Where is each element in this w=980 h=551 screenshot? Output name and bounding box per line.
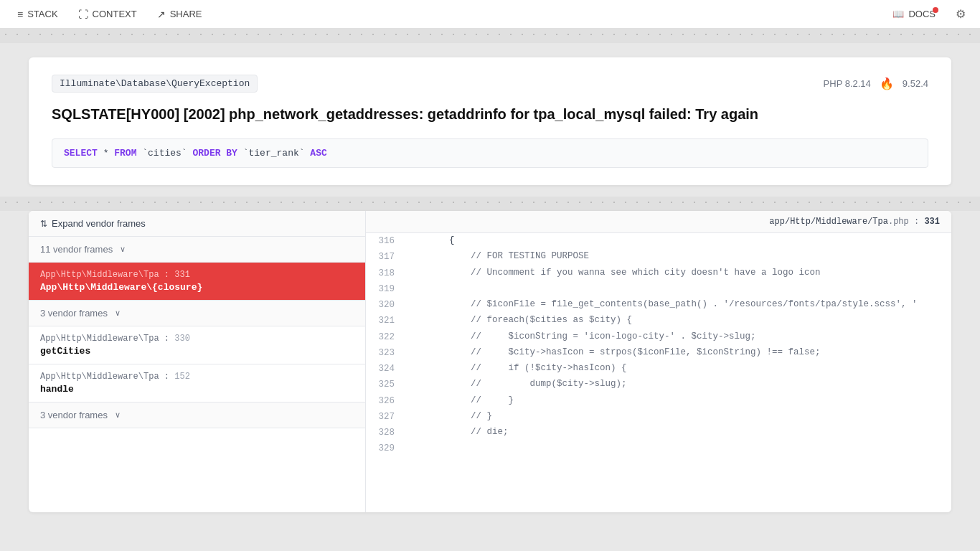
getcities-frame-line: 330 — [174, 334, 190, 344]
sql-order: ORDER BY — [192, 148, 237, 159]
stack-area: ⇅ Expand vendor frames 11 vendor frames … — [29, 211, 951, 512]
sql-from: FROM — [114, 148, 136, 159]
context-label: CONTEXT — [93, 9, 137, 19]
expand-vendor-label: Expand vendor frames — [52, 218, 146, 229]
share-tab[interactable]: ↗ SHARE — [149, 4, 211, 24]
chevron-down-icon-2: ∨ — [115, 309, 121, 318]
expand-icon: ⇅ — [40, 219, 47, 229]
gear-icon: ⚙ — [956, 8, 966, 20]
code-area: 316 { 317 // FOR TESTING PURPOSE 318 // … — [366, 233, 951, 512]
docs-label: DOCS — [908, 9, 936, 19]
code-line-319: 319 — [366, 281, 951, 297]
stack-frame-handle[interactable]: App\Http\Middleware\Tpa : 152 handle — [29, 364, 365, 402]
context-icon: ⛶ — [78, 9, 88, 20]
code-line-326: 326 // } — [366, 393, 951, 409]
right-panel: app/Http/Middleware/Tpa.php : 331 316 { … — [366, 211, 951, 512]
code-line-317: 317 // FOR TESTING PURPOSE — [366, 249, 951, 265]
code-file-path: app/Http/Middleware/Tpa.php : 331 — [769, 217, 940, 227]
ignition-icon: 🔥 — [880, 77, 894, 90]
settings-button[interactable]: ⚙ — [950, 3, 971, 25]
stack-frame-active[interactable]: App\Http\Middleware\Tpa : 331 App\Http\M… — [29, 263, 365, 301]
error-title: SQLSTATE[HY000] [2002] php_network_getad… — [52, 104, 928, 124]
code-line-327: 327 // } — [366, 409, 951, 425]
version-info: PHP 8.2.14 🔥 9.52.4 — [824, 77, 928, 90]
exception-class: Illuminate\Database\QueryException — [52, 75, 258, 93]
code-line-328: 328 // die; — [366, 425, 951, 441]
vendor-frames-3a-label: 3 vendor frames — [40, 308, 108, 319]
handle-frame-line: 152 — [174, 372, 190, 382]
code-line-323: 323 // $city->hasIcon = strpos($iconFile… — [366, 345, 951, 361]
code-header: app/Http/Middleware/Tpa.php : 331 — [366, 211, 951, 233]
active-frame-path: App\Http\Middleware\Tpa : 331 — [40, 270, 354, 280]
error-card: Illuminate\Database\QueryException PHP 8… — [29, 57, 951, 185]
code-line-320: 320 // $iconFile = file_get_contents(bas… — [366, 297, 951, 313]
chevron-down-icon: ∨ — [120, 245, 126, 254]
php-version: PHP 8.2.14 — [824, 78, 871, 89]
sql-select: SELECT — [64, 148, 98, 159]
dotted-separator-middle — [0, 197, 980, 211]
stack-frame-getcities[interactable]: App\Http\Middleware\Tpa : 330 getCities — [29, 326, 365, 364]
vendor-frames-group-3a[interactable]: 3 vendor frames ∨ — [29, 301, 365, 326]
docs-badge — [933, 7, 938, 13]
handle-frame-method: handle — [40, 384, 354, 395]
getcities-frame-path: App\Http\Middleware\Tpa : 330 — [40, 334, 354, 344]
code-line-316: 316 { — [366, 233, 951, 249]
vendor-frames-3b-label: 3 vendor frames — [40, 410, 108, 420]
context-tab[interactable]: ⛶ CONTEXT — [70, 4, 146, 24]
docs-icon: 📖 — [892, 9, 904, 19]
vendor-frames-group-3b[interactable]: 3 vendor frames ∨ — [29, 402, 365, 428]
handle-frame-path: App\Http\Middleware\Tpa : 152 — [40, 372, 354, 382]
share-icon: ↗ — [157, 9, 166, 20]
code-line-324: 324 // if (!$city->hasIcon) { — [366, 361, 951, 377]
getcities-frame-method: getCities — [40, 346, 354, 357]
share-label: SHARE — [170, 9, 202, 19]
code-line-318: 318 // Uncomment if you wanna see which … — [366, 265, 951, 281]
left-panel: ⇅ Expand vendor frames 11 vendor frames … — [29, 211, 366, 512]
dotted-separator-top — [0, 29, 980, 43]
top-nav: ≡ STACK ⛶ CONTEXT ↗ SHARE 📖 DOCS ⚙ — [0, 0, 980, 29]
error-card-top: Illuminate\Database\QueryException PHP 8… — [52, 75, 928, 93]
file-ext: .php — [888, 217, 909, 227]
active-frame-method: App\Http\Middleware\{closure} — [40, 282, 354, 293]
expand-vendor-button[interactable]: ⇅ Expand vendor frames — [29, 211, 365, 237]
sql-asc: ASC — [310, 148, 326, 159]
vendor-frames-group-11[interactable]: 11 vendor frames ∨ — [29, 237, 365, 263]
file-path-text: app/Http/Middleware/Tpa — [769, 217, 888, 227]
vendor-frames-11-label: 11 vendor frames — [40, 244, 113, 255]
code-line-322: 322 // $iconString = 'icon-logo-city-' .… — [366, 329, 951, 345]
chevron-down-icon-3: ∨ — [115, 410, 121, 420]
stack-tab[interactable]: ≡ STACK — [9, 4, 67, 24]
sql-block: SELECT * FROM `cities` ORDER BY `tier_ra… — [52, 138, 928, 168]
file-line-num: 331 — [924, 217, 940, 227]
nav-right: 📖 DOCS ⚙ — [884, 3, 971, 25]
code-line-329: 329 — [366, 441, 951, 456]
error-section: Illuminate\Database\QueryException PHP 8… — [0, 43, 980, 185]
code-line-321: 321 // foreach($cities as $city) { — [366, 313, 951, 329]
ignition-version: 9.52.4 — [903, 78, 928, 89]
stack-icon: ≡ — [17, 9, 23, 20]
docs-button[interactable]: 📖 DOCS — [884, 4, 944, 24]
active-frame-line: 331 — [174, 270, 190, 280]
code-line-325: 325 // dump($city->slug); — [366, 377, 951, 392]
stack-label: STACK — [27, 9, 57, 19]
